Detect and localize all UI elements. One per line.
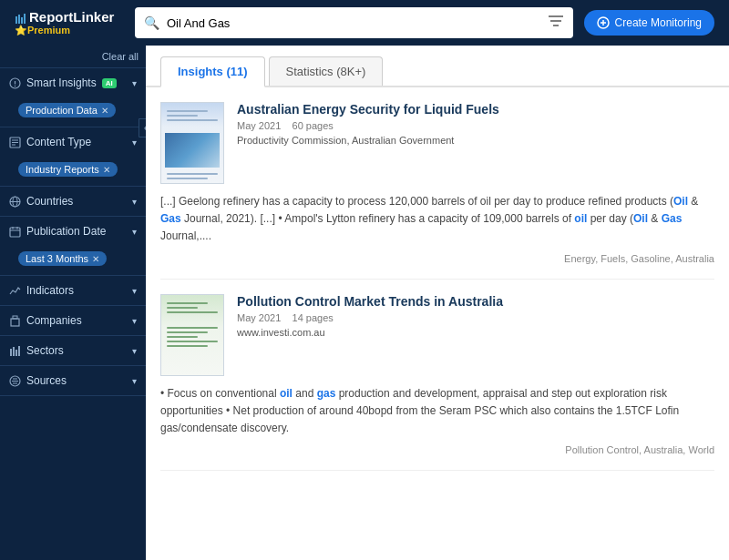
- thumb-line: [167, 302, 208, 304]
- highlight-oil-2: oil: [574, 212, 587, 225]
- tab-statistics[interactable]: Statistics (8K+): [269, 56, 384, 86]
- last-3-months-tag[interactable]: Last 3 Months ✕: [18, 251, 107, 266]
- smart-insights-label: Smart Insights AI: [9, 76, 117, 89]
- sectors-header[interactable]: Sectors ▾: [0, 336, 146, 365]
- industry-reports-tag[interactable]: Industry Reports ✕: [18, 162, 118, 177]
- result-card-2: Pollution Control Market Trends in Austr…: [160, 280, 714, 472]
- tab-insights[interactable]: Insights (11): [160, 56, 265, 87]
- logo-main: ReportLinker: [15, 10, 124, 25]
- ai-badge: AI: [102, 78, 117, 88]
- thumb-image-section: [165, 133, 220, 168]
- thumb-line: [167, 345, 208, 347]
- result-source-2: www.investi.com.au: [237, 327, 714, 338]
- content-type-header[interactable]: Content Type ▾: [0, 127, 146, 157]
- thumb-image-green: [161, 295, 223, 375]
- indicators-chevron: ▾: [132, 286, 137, 296]
- pub-date-header[interactable]: Publication Date ▾: [0, 217, 146, 246]
- content-type-label: Content Type: [9, 136, 91, 148]
- filter-icon[interactable]: [548, 15, 564, 31]
- result-pages-2: 14 pages: [293, 312, 334, 323]
- pub-date-label: Publication Date: [9, 225, 106, 238]
- pub-date-chevron: ▾: [132, 227, 137, 237]
- thumb-line: [167, 173, 218, 175]
- sidebar: Clear all Smart Insights AI ▾ Production…: [0, 46, 146, 560]
- svg-rect-26: [10, 349, 12, 356]
- svg-rect-24: [11, 319, 19, 326]
- indicators-label: Indicators: [9, 284, 74, 297]
- logo: ReportLinker ⭐Premium: [15, 10, 124, 35]
- indicators-header[interactable]: Indicators ▾: [0, 276, 146, 305]
- sidebar-section-companies: Companies ▾: [0, 306, 146, 336]
- content-type-chevron: ▾: [132, 137, 137, 148]
- result-meta-2: Pollution Control Market Trends in Austr…: [237, 294, 714, 376]
- highlight-gas-3: gas: [317, 387, 336, 400]
- sidebar-section-sectors: Sectors ▾: [0, 336, 146, 366]
- result-top: Australian Energy Security for Liquid Fu…: [160, 102, 714, 184]
- thumb-line: [167, 110, 208, 112]
- highlight-gas-2: Gas: [662, 212, 683, 225]
- result-date-pages-1: May 2021 60 pages: [237, 120, 714, 131]
- thumb-line: [167, 327, 218, 329]
- last-3-months-label: Last 3 Months: [26, 253, 88, 264]
- production-data-filter-tag[interactable]: Production Data ✕: [0, 97, 146, 127]
- sources-header[interactable]: Sources ▾: [0, 366, 146, 395]
- sidebar-section-smart-insights: Smart Insights AI ▾ Production Data ✕: [0, 68, 146, 127]
- industry-reports-label: Industry Reports: [26, 164, 99, 175]
- highlight-oil: Oil: [673, 195, 688, 208]
- result-pages-1: 60 pages: [293, 120, 334, 131]
- search-input[interactable]: [167, 16, 540, 30]
- result-meta: Australian Energy Security for Liquid Fu…: [237, 102, 714, 184]
- thumb-line: [167, 119, 218, 121]
- industry-reports-remove[interactable]: ✕: [103, 165, 110, 175]
- highlight-gas: Gas: [160, 212, 181, 225]
- smart-insights-header[interactable]: Smart Insights AI ▾: [0, 68, 146, 97]
- countries-label: Countries: [9, 195, 73, 208]
- results-list: Australian Energy Security for Liquid Fu…: [146, 87, 729, 471]
- result-source-1: Productivity Commission, Australian Gove…: [237, 135, 714, 146]
- sectors-label: Sectors: [9, 344, 64, 357]
- result-thumbnail-2: [160, 294, 224, 376]
- header: ReportLinker ⭐Premium 🔍 Create Monitorin…: [0, 0, 729, 46]
- thumb-line: [167, 178, 208, 179]
- sidebar-section-content-type: Content Type ▾ Industry Reports ✕: [0, 127, 146, 187]
- result-title-1[interactable]: Australian Energy Security for Liquid Fu…: [237, 102, 714, 117]
- companies-chevron: ▾: [132, 316, 137, 326]
- svg-rect-28: [15, 350, 17, 356]
- thumb-line: [167, 341, 218, 342]
- sectors-chevron: ▾: [132, 346, 137, 356]
- result-tags-2: Pollution Control, Australia, World: [160, 444, 714, 455]
- result-date-1: May 2021: [237, 120, 281, 131]
- create-monitoring-button[interactable]: Create Monitoring: [584, 10, 714, 36]
- thumb-line: [167, 331, 208, 333]
- svg-rect-2: [21, 17, 23, 24]
- sidebar-section-sources: Sources ▾: [0, 366, 146, 396]
- result-card: Australian Energy Security for Liquid Fu…: [160, 87, 714, 280]
- result-snippet-2: • Focus on conventional oil and gas prod…: [160, 385, 714, 438]
- svg-rect-3: [24, 14, 26, 24]
- svg-point-12: [15, 85, 15, 86]
- result-title-2[interactable]: Pollution Control Market Trends in Austr…: [237, 294, 714, 309]
- sources-label: Sources: [9, 374, 67, 387]
- production-data-remove[interactable]: ✕: [101, 106, 108, 116]
- countries-header[interactable]: Countries ▾: [0, 187, 146, 216]
- clear-all-link[interactable]: Clear all: [102, 51, 139, 62]
- last-3-months-remove[interactable]: ✕: [92, 254, 99, 264]
- result-date-2: May 2021: [237, 312, 281, 323]
- highlight-oil-4: oil: [280, 387, 293, 400]
- search-bar[interactable]: 🔍: [135, 7, 573, 38]
- result-date-pages-2: May 2021 14 pages: [237, 312, 714, 323]
- statistics-tab-label: Statistics: [286, 65, 337, 78]
- thumb-line: [167, 336, 198, 338]
- svg-rect-27: [13, 347, 15, 356]
- logo-sub: ⭐Premium: [15, 25, 124, 36]
- sidebar-section-countries: Countries ▾: [0, 187, 146, 217]
- companies-header[interactable]: Companies ▾: [0, 306, 146, 335]
- production-data-tag[interactable]: Production Data ✕: [18, 103, 116, 117]
- thumb-image-blue: [161, 103, 223, 183]
- smart-insights-chevron: ▾: [132, 78, 137, 88]
- highlight-oil-3: Oil: [633, 212, 648, 225]
- sources-chevron: ▾: [132, 376, 137, 386]
- sidebar-collapse-button[interactable]: «: [139, 118, 146, 137]
- companies-label: Companies: [9, 314, 82, 327]
- thumb-line: [167, 307, 198, 309]
